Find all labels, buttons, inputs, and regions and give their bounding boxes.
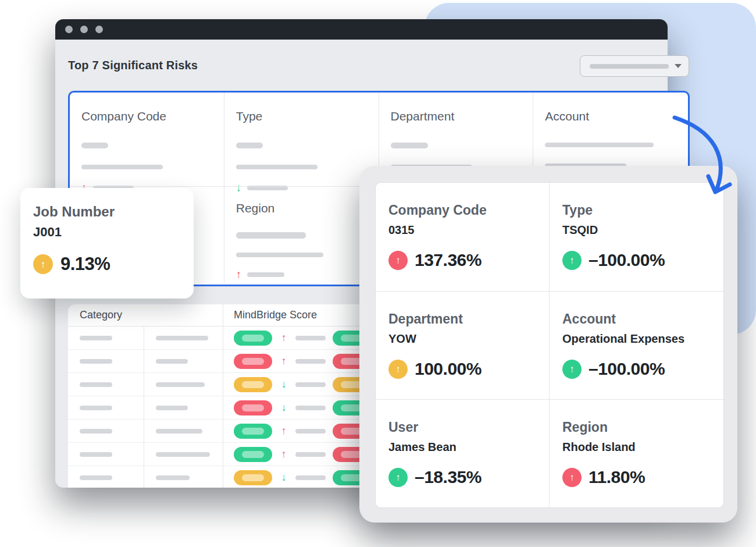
detail-cell-region: RegionRhode Island↑11.80% <box>550 399 723 507</box>
up-arrow-icon: ↑ <box>279 332 288 344</box>
detail-cell-department: DepartmentYOW↑100.00% <box>376 291 550 399</box>
risk-cell-label: Company Code <box>81 109 212 124</box>
placeholder-bar <box>80 452 112 457</box>
detail-cell-stat: ↑11.80% <box>562 467 714 487</box>
placeholder-bar <box>80 475 112 480</box>
up-arrow-icon: ↑ <box>279 355 288 367</box>
placeholder-bar <box>156 429 202 434</box>
detail-cell-company-code: Company Code0315↑137.36% <box>376 183 550 291</box>
risk-cell-label: Account <box>545 109 676 124</box>
placeholder-bar <box>247 272 284 277</box>
placeholder-bar <box>391 143 428 148</box>
risk-cell-label: Department <box>391 109 522 124</box>
placeholder-bar <box>81 143 108 148</box>
category-cell <box>68 350 144 372</box>
detail-cell-stat: ↑–100.00% <box>562 250 714 270</box>
score-pill-inner <box>242 474 264 481</box>
placeholder-bar <box>80 359 112 364</box>
trend-placeholder: ↑ <box>236 269 367 280</box>
placeholder-bar <box>545 143 654 147</box>
window-dot-icon[interactable] <box>65 26 73 33</box>
detail-cell-user: UserJames Bean↑–18.35% <box>376 399 550 507</box>
score-pill <box>234 354 272 369</box>
category-cell <box>68 443 144 466</box>
detail-cell-percent: 100.00% <box>415 359 482 379</box>
detail-cell-stat: ↑–100.00% <box>562 359 714 379</box>
detail-cell-value: Operational Expenses <box>562 332 714 346</box>
page-title: Top 7 Significant Risks <box>68 59 198 72</box>
placeholder-bar <box>236 253 323 257</box>
up-arrow-icon: ↑ <box>562 468 582 487</box>
score-pill <box>234 424 272 439</box>
dropdown-placeholder-bar <box>590 64 669 69</box>
detail-cell-value: Rhode Island <box>562 441 714 454</box>
risk-cell-region: Region↑ <box>224 186 379 283</box>
placeholder-bar <box>236 232 306 239</box>
placeholder-bar <box>156 336 208 340</box>
window-dot-icon[interactable] <box>80 26 88 33</box>
placeholder-bar <box>236 165 318 169</box>
category-cell <box>144 466 223 488</box>
filter-dropdown[interactable] <box>580 55 689 77</box>
detail-cell-percent: –100.00% <box>589 250 665 270</box>
placeholder-bar <box>156 475 190 480</box>
placeholder-bar <box>236 143 263 148</box>
category-cell <box>144 443 223 466</box>
category-cell <box>68 396 144 419</box>
down-arrow-icon: ↓ <box>279 402 288 414</box>
detail-cell-label: Account <box>562 311 714 327</box>
placeholder-bar <box>295 475 326 480</box>
detail-cell-stat: ↑100.00% <box>388 359 540 379</box>
detail-table: Company Code0315↑137.36%TypeTSQID↑–100.0… <box>375 182 724 508</box>
detail-cell-label: Type <box>562 202 714 218</box>
job-number-tooltip-card: Job Number J001 ↑ 9.13% <box>20 188 194 299</box>
detail-cell-type: TypeTSQID↑–100.00% <box>550 183 723 291</box>
placeholder-bar <box>80 382 112 387</box>
score-pill <box>234 447 272 462</box>
category-cell <box>144 373 223 396</box>
detail-cell-percent: –18.35% <box>415 467 482 487</box>
detail-cell-account: AccountOperational Expenses↑–100.00% <box>550 291 723 399</box>
category-cell <box>144 326 223 349</box>
risk-cell-company-code: Company Code↑ <box>70 93 224 186</box>
category-cell <box>144 420 223 442</box>
detail-cell-value: James Bean <box>388 441 540 454</box>
up-arrow-icon: ↑ <box>388 251 408 270</box>
detail-cell-stat: ↑–18.35% <box>388 467 540 487</box>
detail-cell-percent: 137.36% <box>415 250 482 270</box>
up-arrow-icon: ↑ <box>388 360 408 379</box>
placeholder-bar <box>156 406 188 410</box>
category-cell <box>68 420 144 442</box>
placeholder-bar <box>295 382 326 387</box>
category-cell <box>144 396 223 419</box>
score-pill <box>234 377 272 392</box>
up-arrow-icon: ↑ <box>279 425 288 437</box>
score-pill-inner <box>242 404 264 411</box>
detail-cell-percent: 11.80% <box>589 467 645 487</box>
score-pill <box>234 331 272 346</box>
detail-cell-value: TSQID <box>562 223 714 237</box>
detail-cell-stat: ↑137.36% <box>388 250 540 270</box>
placeholder-bar <box>80 406 112 410</box>
job-card-value: J001 <box>33 225 182 240</box>
up-arrow-icon: ↑ <box>33 254 53 274</box>
placeholder-bar <box>295 429 326 434</box>
detail-cell-value: YOW <box>388 332 540 346</box>
down-arrow-icon: ↓ <box>279 378 288 390</box>
placeholder-bar <box>156 382 205 387</box>
column-header-category: Category <box>68 309 223 321</box>
placeholder-bar <box>295 359 326 364</box>
chevron-down-icon <box>675 64 682 68</box>
detail-cell-value: 0315 <box>388 223 540 237</box>
score-pill-inner <box>242 335 264 342</box>
window-dot-icon[interactable] <box>95 26 103 33</box>
down-arrow-icon: ↓ <box>279 471 288 484</box>
score-pill <box>234 470 272 485</box>
detail-cell-label: Department <box>388 311 540 327</box>
detail-cell-label: User <box>388 419 540 435</box>
placeholder-bar <box>295 452 326 457</box>
category-cell <box>144 350 223 372</box>
risk-cell-label: Region <box>236 201 367 216</box>
detail-cell-label: Region <box>562 419 714 435</box>
up-arrow-icon: ↑ <box>562 360 582 379</box>
